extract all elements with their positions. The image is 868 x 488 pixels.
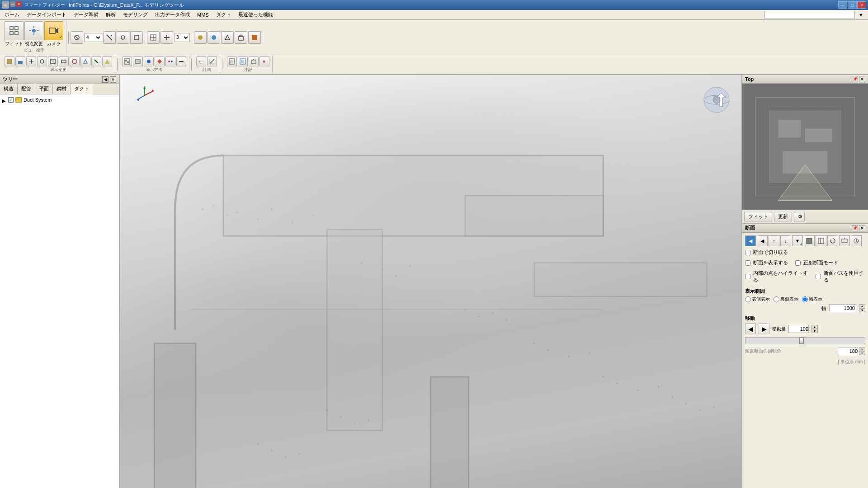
display-btn7[interactable] [70,56,80,66]
menu-data-prep[interactable]: データ準備 [70,10,102,19]
radio-width[interactable]: 幅表示 [802,296,822,302]
display-btn6[interactable] [59,56,69,66]
disp-meth-btn5[interactable] [165,56,175,66]
close-button[interactable]: × [857,1,866,9]
fit-button[interactable] [5,21,24,40]
menu-duct[interactable]: ダクト [212,10,235,19]
minimize-button[interactable]: ─ [838,1,847,9]
display-btn1[interactable] [5,56,14,66]
disp-meth-btn2[interactable] [133,56,143,66]
misc-btn3[interactable] [221,31,234,44]
tree-item-duct-system[interactable]: ▶ Duct System [2,96,117,103]
annot-btn3[interactable] [249,56,259,66]
grid-btn2[interactable] [160,31,173,44]
tree-tab-duct[interactable]: ダクト [71,84,93,94]
move-amount-input[interactable] [788,325,809,333]
section-tool-7[interactable] [816,235,826,246]
move-spin-up[interactable]: ▲ [811,325,818,329]
camera-button[interactable]: ✓ [44,21,63,40]
section-tool-6[interactable] [804,235,815,246]
section-tool-8[interactable] [827,235,838,246]
annot-btn1[interactable]: 注 [227,56,237,66]
radio-front[interactable]: 表側表示 [745,296,770,302]
cut-checkbox[interactable] [745,250,750,255]
rotation-spin-up[interactable]: ▲ [859,347,865,351]
ortho-checkbox[interactable] [795,260,801,266]
viewpoint-button[interactable] [24,21,43,40]
menu-modeling[interactable]: モデリング [119,10,151,19]
scale-btn3[interactable] [117,31,129,44]
view-cube[interactable] [701,84,732,117]
section-tool-3[interactable]: ↑ [769,235,779,246]
minimap-refresh-btn[interactable]: 更新 [774,212,792,221]
menu-home[interactable]: ホーム [1,10,23,19]
minimap-pin-btn[interactable]: 📌 [852,76,858,82]
annot-btn4[interactable]: ▼ [259,56,269,66]
display-btn4[interactable] [37,56,47,66]
radio-back[interactable]: 裏側表示 [774,296,798,302]
disp-meth-btn6[interactable] [176,56,186,66]
meas-btn2[interactable] [207,56,217,66]
highlight-checkbox[interactable] [745,274,750,279]
section-tool-9[interactable] [839,235,850,246]
section-tool-4[interactable]: ↓ [780,235,791,246]
expand-arrow[interactable]: ▼ [855,11,867,19]
display-btn8[interactable] [80,56,90,66]
display-btn10[interactable] [102,56,112,66]
section-tool-10[interactable] [851,235,862,246]
disp-meth-btn3[interactable] [144,56,154,66]
tree-tab-structure[interactable]: 構造 [0,84,18,94]
menu-output[interactable]: 出力データ作成 [151,10,193,19]
display-btn9[interactable] [91,56,101,66]
section-tool-5[interactable]: ▼ [792,235,803,246]
misc-btn2[interactable] [208,31,220,44]
show-checkbox[interactable] [745,260,750,266]
tree-tab-floor[interactable]: 平面 [35,84,53,94]
misc-btn4[interactable] [235,31,247,44]
move-slider-track[interactable] [745,337,865,344]
annot-btn2[interactable]: 記 [238,56,248,66]
section-tool-2[interactable]: ◀ [757,235,768,246]
display-btn5[interactable] [48,56,58,66]
title-icon3[interactable]: × [16,1,22,7]
move-spin-down[interactable]: ▼ [811,329,818,333]
display-btn2[interactable] [15,56,25,66]
section-close-btn[interactable]: × [859,225,865,231]
grid-btn1[interactable] [147,31,160,44]
scale-btn4[interactable] [130,31,143,44]
menu-data-import[interactable]: データインポート [23,10,70,19]
path-checkbox[interactable] [816,274,821,279]
misc-btn5[interactable] [248,31,261,44]
combo2[interactable]: 3 [174,33,190,42]
width-spin-down[interactable]: ▼ [859,308,865,312]
tree-collapse-btn[interactable]: ◀ [102,76,108,83]
misc-btn1[interactable] [194,31,207,44]
move-left-btn[interactable]: ◀ [745,324,756,334]
center-viewport[interactable] [120,75,741,488]
tree-tab-piping[interactable]: 配管 [18,84,35,94]
meas-btn1[interactable]: 寸 [196,56,206,66]
scale-btn2[interactable] [103,31,116,44]
search-input[interactable] [764,11,855,19]
minimap-settings-btn[interactable]: ⚙ [794,212,805,221]
window-controls[interactable]: ─ □ × [838,1,866,9]
scale-btn1[interactable] [71,31,83,44]
combo1[interactable]: 4 [84,33,102,42]
display-btn3[interactable] [26,56,36,66]
disp-meth-btn1[interactable] [122,56,132,66]
move-slider-thumb[interactable] [799,338,804,344]
minimap-fit-btn[interactable]: フィット [744,212,772,221]
menu-analysis[interactable]: 解析 [102,10,119,19]
disp-meth-btn4[interactable] [155,56,165,66]
width-input[interactable]: 1000 [829,304,856,312]
tree-item-checkbox[interactable] [8,97,14,103]
menu-recent[interactable]: 最近使った機能 [235,10,277,19]
maximize-button[interactable]: □ [848,1,857,9]
width-spin-up[interactable]: ▲ [859,304,865,308]
section-pin-btn[interactable]: 📌 [852,225,858,231]
tree-tab-steel[interactable]: 鋼材 [53,84,71,94]
section-tool-1[interactable]: ◀ [745,235,756,246]
rotation-input[interactable] [838,347,858,355]
minimap-close-btn[interactable]: × [859,76,865,82]
rotation-spin-down[interactable]: ▼ [859,351,865,355]
